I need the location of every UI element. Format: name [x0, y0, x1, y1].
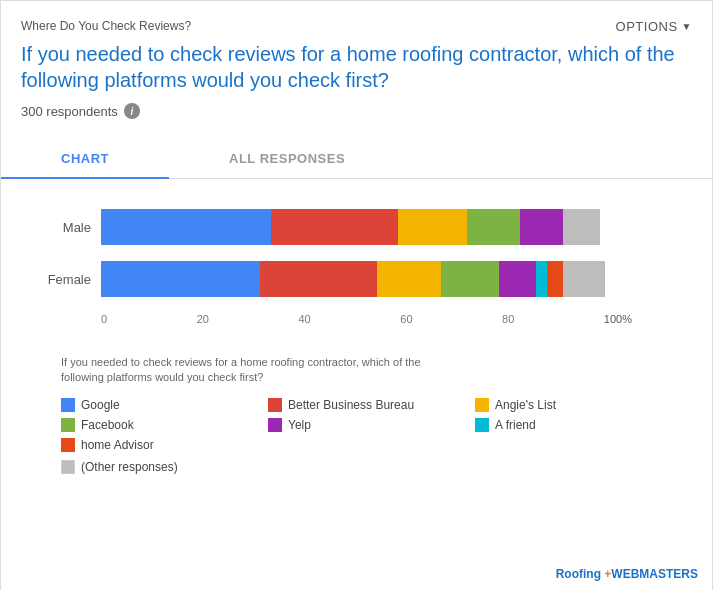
other-color: [61, 460, 75, 474]
brand-plus: +: [601, 567, 611, 581]
x-label-80: 80: [502, 313, 514, 325]
homeadvisor-label: home Advisor: [81, 438, 154, 452]
bar-row-male: Male: [101, 209, 632, 245]
legend-item-facebook: Facebook: [61, 418, 258, 432]
question-title: If you needed to check reviews for a hom…: [21, 41, 692, 93]
x-label-100: 100%: [604, 313, 632, 325]
x-label-60: 60: [400, 313, 412, 325]
female-label: Female: [31, 272, 91, 287]
bar-chart: Male Female: [101, 209, 632, 325]
homeadvisor-color: [61, 438, 75, 452]
female-seg-friend: [536, 261, 547, 297]
brand-roofing: Roofing: [556, 567, 601, 581]
male-seg-bbb: [271, 209, 398, 245]
male-seg-google: [101, 209, 271, 245]
x-axis: 0 20 40 60 80 100%: [101, 313, 632, 325]
bbb-color: [268, 398, 282, 412]
legend-item-angies: Angie's List: [475, 398, 672, 412]
legend-grid: Google Better Business Bureau Angie's Li…: [61, 398, 672, 452]
male-seg-other: [563, 209, 600, 245]
male-seg-yelp: [520, 209, 562, 245]
tab-all-responses[interactable]: ALL RESPONSES: [169, 139, 405, 178]
female-seg-yelp: [499, 261, 536, 297]
info-icon[interactable]: i: [124, 103, 140, 119]
page-container: OPTIONS ▼ Where Do You Check Reviews? If…: [1, 1, 712, 590]
legend-item-yelp: Yelp: [268, 418, 465, 432]
male-label: Male: [31, 220, 91, 235]
chevron-down-icon: ▼: [682, 21, 692, 32]
female-seg-angies: [377, 261, 441, 297]
friend-label: A friend: [495, 418, 536, 432]
legend-area: If you needed to check reviews for a hom…: [1, 345, 712, 484]
tabs: CHART ALL RESPONSES: [1, 139, 712, 179]
google-color: [61, 398, 75, 412]
options-button[interactable]: OPTIONS ▼: [616, 19, 692, 34]
male-seg-facebook: [467, 209, 520, 245]
brand-webmasters: WEBMASTERS: [611, 567, 698, 581]
female-seg-other: [563, 261, 605, 297]
facebook-color: [61, 418, 75, 432]
legend-question: If you needed to check reviews for a hom…: [61, 355, 441, 386]
male-seg-angies: [398, 209, 467, 245]
chart-area: Male Female: [1, 179, 712, 345]
google-label: Google: [81, 398, 120, 412]
legend-other: (Other responses): [61, 460, 672, 474]
other-label: (Other responses): [81, 460, 178, 474]
legend-item-bbb: Better Business Bureau: [268, 398, 465, 412]
x-label-0: 0: [101, 313, 107, 325]
legend-item-homeadvisor: home Advisor: [61, 438, 258, 452]
respondents-row: 300 respondents i: [21, 103, 692, 119]
where-label: Where Do You Check Reviews?: [21, 19, 692, 33]
female-seg-google: [101, 261, 260, 297]
female-seg-bbb: [260, 261, 377, 297]
facebook-label: Facebook: [81, 418, 134, 432]
friend-color: [475, 418, 489, 432]
bbb-label: Better Business Bureau: [288, 398, 414, 412]
angies-label: Angie's List: [495, 398, 556, 412]
x-label-40: 40: [298, 313, 310, 325]
yelp-color: [268, 418, 282, 432]
x-label-20: 20: [197, 313, 209, 325]
yelp-label: Yelp: [288, 418, 311, 432]
bar-row-female: Female: [101, 261, 632, 297]
male-bar-container: [101, 209, 632, 245]
female-seg-homeadvisor: [547, 261, 563, 297]
legend-item-google: Google: [61, 398, 258, 412]
options-label: OPTIONS: [616, 19, 678, 34]
female-seg-facebook: [441, 261, 499, 297]
legend-item-friend: A friend: [475, 418, 672, 432]
tab-chart[interactable]: CHART: [1, 139, 169, 178]
respondents-count: 300 respondents: [21, 104, 118, 119]
angies-color: [475, 398, 489, 412]
female-bar-container: [101, 261, 632, 297]
footer-brand: Roofing +WEBMASTERS: [556, 567, 698, 581]
header: Where Do You Check Reviews? If you neede…: [1, 1, 712, 129]
